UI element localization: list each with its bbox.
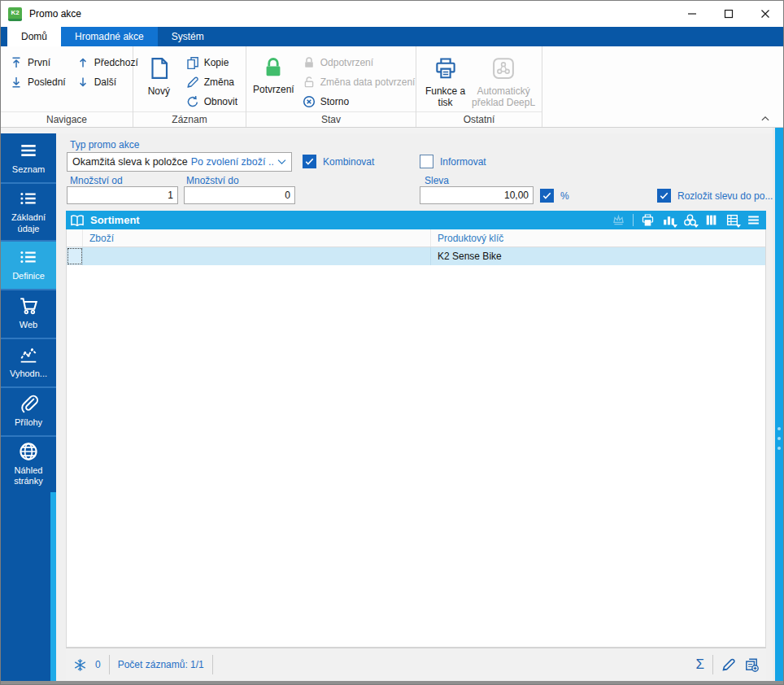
sidebar-item-prilohy[interactable]: Přílohy bbox=[1, 386, 56, 435]
divider bbox=[212, 655, 213, 674]
chart-icon[interactable] bbox=[662, 213, 676, 227]
list-dotted-icon bbox=[19, 247, 38, 267]
copy-icon bbox=[186, 56, 199, 69]
list-dotted-icon bbox=[19, 189, 38, 208]
collapse-ribbon-chevron-icon[interactable] bbox=[760, 112, 770, 122]
divider bbox=[712, 655, 713, 674]
favorites-crown-icon[interactable] bbox=[612, 213, 625, 227]
new-document-icon bbox=[146, 56, 171, 81]
change-confirm-date-button[interactable]: Změna data potvrzení bbox=[300, 72, 418, 91]
minimize-button[interactable] bbox=[673, 2, 710, 27]
cart-icon bbox=[19, 296, 38, 316]
grid-menu-icon[interactable] bbox=[747, 213, 760, 227]
confirm-button[interactable]: Potvrzení bbox=[253, 53, 294, 95]
group-label-zaznam: Záznam bbox=[133, 111, 246, 127]
deepl-icon bbox=[491, 56, 516, 81]
sidebar-item-definice[interactable]: Definice bbox=[1, 240, 56, 289]
chevron-down-icon bbox=[277, 157, 287, 168]
percent-checkbox[interactable]: % bbox=[540, 189, 569, 203]
lock-green-icon bbox=[262, 56, 285, 79]
previous-button[interactable]: Předchozí bbox=[74, 53, 141, 72]
divider bbox=[109, 655, 110, 674]
promo-form: Typ promo akce Okamžitá sleva k položce … bbox=[56, 133, 773, 211]
excel-export-icon[interactable] bbox=[725, 213, 739, 227]
globe-icon bbox=[19, 442, 38, 461]
row-selector-cell[interactable] bbox=[67, 247, 83, 265]
checkbox-box bbox=[420, 155, 433, 168]
paperclip-icon bbox=[19, 394, 38, 413]
sortiment-table: Zboží Produktový klíč K2 Sense Bike bbox=[66, 229, 766, 648]
last-button[interactable]: Poslední bbox=[7, 72, 68, 91]
group-label-stav: Stav bbox=[246, 111, 416, 127]
chrome-gap bbox=[1, 128, 773, 133]
discount-input[interactable] bbox=[420, 186, 534, 204]
k2-app-icon: K2 bbox=[8, 7, 22, 21]
cancel-circle-icon bbox=[303, 95, 316, 108]
refresh-button[interactable]: Obnovit bbox=[184, 92, 240, 111]
change-button[interactable]: Změna bbox=[184, 72, 240, 91]
book-icon bbox=[70, 214, 85, 227]
panel-title: Sortiment bbox=[90, 214, 140, 226]
promo-akce-window: K2 Promo akce Domů Hromadné akce Systém … bbox=[0, 0, 784, 685]
tab-domu[interactable]: Domů bbox=[7, 27, 61, 46]
window-bottom-edge bbox=[1, 681, 783, 684]
cell-produktovy-klic[interactable]: K2 Sense Bike bbox=[431, 247, 765, 265]
ribbon-group-zaznam: Nový Kopie Změna Obnovit Záznam bbox=[133, 46, 246, 127]
list-icon bbox=[19, 141, 38, 160]
maximize-button[interactable] bbox=[710, 2, 747, 27]
new-button[interactable]: Nový bbox=[140, 53, 178, 97]
close-button[interactable] bbox=[747, 2, 783, 27]
ribbon-tabbar: Domů Hromadné akce Systém bbox=[1, 27, 783, 46]
columns-icon[interactable] bbox=[704, 213, 718, 227]
content-area: Typ promo akce Okamžitá sleva k položce … bbox=[56, 133, 773, 681]
snowflake-icon[interactable] bbox=[73, 658, 87, 672]
frozen-count: 0 bbox=[95, 659, 101, 670]
unconfirm-button[interactable]: Odpotvrzení bbox=[300, 53, 418, 72]
statusbar: 0 Počet záznamů: 1/1 Σ bbox=[66, 648, 766, 681]
cell-zbozi[interactable] bbox=[83, 247, 431, 265]
kombinovat-checkbox[interactable]: Kombinovat bbox=[303, 155, 374, 168]
arrow-down-bar-icon bbox=[10, 76, 23, 89]
ribbon-group-navigace: První Poslední Předchozí Další Navigace bbox=[1, 46, 133, 127]
table-header-row: Zboží Produktový klíč bbox=[67, 229, 765, 247]
table-row[interactable]: K2 Sense Bike bbox=[67, 247, 765, 265]
cluster-icon[interactable] bbox=[683, 213, 697, 227]
sidebar-item-web[interactable]: Web bbox=[1, 289, 56, 338]
printer-icon bbox=[433, 56, 458, 81]
tab-system[interactable]: Systém bbox=[158, 27, 218, 46]
right-scrollbar-strip[interactable] bbox=[773, 128, 783, 681]
column-header-zbozi[interactable]: Zboží bbox=[83, 229, 431, 247]
type-label: Typ promo akce bbox=[70, 139, 139, 151]
deepl-translate-button[interactable]: Automatický překlad DeepL bbox=[471, 53, 536, 109]
sidebar: Seznam Základní údaje Definice Web bbox=[1, 133, 56, 681]
print-grid-icon[interactable] bbox=[641, 213, 655, 227]
quantity-from-input[interactable] bbox=[67, 186, 178, 204]
arrow-down-icon bbox=[76, 76, 89, 89]
sidebar-item-vyhodnoceni[interactable]: Vyhodn... bbox=[1, 338, 56, 386]
ribbon-group-ostatni: Funkce a tisk Automatický překlad DeepL … bbox=[416, 46, 542, 127]
edit-pencil-icon[interactable] bbox=[721, 657, 736, 672]
discount-label: Sleva bbox=[425, 175, 449, 186]
first-button[interactable]: První bbox=[7, 53, 68, 72]
sidebar-item-zakladni-udaje[interactable]: Základní údaje bbox=[1, 182, 56, 240]
checkbox-box bbox=[657, 189, 671, 203]
copy-add-icon[interactable] bbox=[744, 657, 759, 672]
copy-button[interactable]: Kopie bbox=[184, 53, 240, 72]
sidebar-item-seznam[interactable]: Seznam bbox=[1, 133, 56, 182]
column-header-produktovy-klic[interactable]: Produktový klíč bbox=[431, 229, 765, 247]
sidebar-item-nahled-stranky[interactable]: Náhled stránky bbox=[1, 435, 56, 493]
chart-line-icon bbox=[19, 345, 38, 364]
spread-discount-checkbox[interactable]: Rozložit slevu do po... bbox=[657, 189, 773, 203]
pencil-icon bbox=[186, 76, 199, 89]
storno-button[interactable]: Storno bbox=[300, 92, 418, 111]
sum-sigma-icon[interactable]: Σ bbox=[695, 657, 704, 673]
informovat-checkbox[interactable]: Informovat bbox=[420, 155, 486, 168]
titlebar: K2 Promo akce bbox=[1, 1, 783, 27]
group-label-ostatni: Ostatní bbox=[416, 111, 542, 127]
tab-hromadne-akce[interactable]: Hromadné akce bbox=[61, 27, 158, 46]
scrollbar-grip-dots bbox=[777, 427, 781, 450]
promo-type-dropdown[interactable]: Okamžitá sleva k položce Po zvolení zbož… bbox=[67, 152, 292, 172]
functions-print-button[interactable]: Funkce a tisk bbox=[423, 53, 468, 109]
next-button[interactable]: Další bbox=[74, 72, 141, 91]
quantity-to-input[interactable] bbox=[184, 186, 295, 204]
